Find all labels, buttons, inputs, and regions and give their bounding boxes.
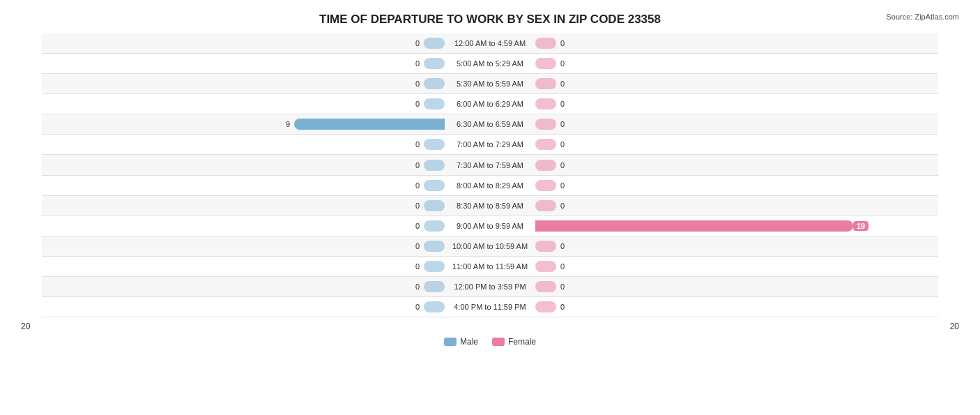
legend-label-male: Male	[460, 337, 478, 347]
value-male: 0	[406, 140, 420, 149]
chart-row: 0 12:00 AM to 4:59 AM 0	[42, 33, 938, 54]
bar-female-zero	[535, 160, 556, 171]
bar-male-zero	[424, 180, 445, 191]
source-text: Source: ZipAtlas.com	[886, 13, 959, 21]
chart-row: 0 12:00 PM to 3:59 PM 0	[42, 277, 938, 297]
legend: Male Female	[444, 337, 536, 347]
chart-row: 0 11:00 AM to 11:59 AM 0	[42, 257, 938, 277]
value-male: 0	[406, 303, 420, 311]
bar-left-container: 0	[82, 58, 445, 69]
chart-container: TIME OF DEPARTURE TO WORK BY SEX IN ZIP …	[0, 0, 980, 415]
chart-row: 0 4:00 PM to 11:59 PM 0	[42, 297, 938, 317]
bar-left-container: 0	[82, 78, 445, 89]
axis-label-right: 20	[950, 322, 959, 331]
row-center: 0 5:30 AM to 5:59 AM 0	[82, 78, 898, 89]
time-label: 8:00 AM to 8:29 AM	[445, 181, 535, 190]
chart-row: 0 9:00 AM to 9:59 AM 19	[42, 216, 938, 236]
bar-right-container: 0	[535, 139, 898, 150]
row-center: 0 8:30 AM to 8:59 AM 0	[82, 200, 898, 211]
bar-right-container: 0	[535, 261, 898, 272]
bar-left-container: 0	[82, 160, 445, 171]
chart-row: 0 5:30 AM to 5:59 AM 0	[42, 74, 938, 94]
bar-female-zero	[535, 58, 556, 69]
bar-left-container: 9	[82, 119, 445, 130]
bar-male-zero	[424, 58, 445, 69]
bar-right-container: 0	[535, 98, 898, 110]
value-female: 0	[560, 242, 574, 250]
chart-area: 20 20 0 12:00 AM to 4:59 AM 0 0	[21, 33, 959, 352]
bar-male-zero	[424, 241, 445, 252]
bar-left-container: 0	[82, 261, 445, 272]
chart-title: TIME OF DEPARTURE TO WORK BY SEX IN ZIP …	[21, 13, 959, 27]
value-female: 0	[560, 262, 574, 271]
bar-left-container: 0	[82, 301, 445, 312]
bar-male-zero	[424, 301, 445, 312]
chart-row: 0 8:00 AM to 8:29 AM 0	[42, 176, 938, 196]
bar-male-zero	[424, 98, 445, 110]
value-female: 0	[560, 181, 574, 190]
bar-right-container: 0	[535, 119, 898, 130]
time-label: 6:00 AM to 6:29 AM	[445, 100, 535, 108]
bar-left-container: 0	[82, 200, 445, 211]
bar-left-container: 0	[82, 98, 445, 110]
row-center: 0 4:00 PM to 11:59 PM 0	[82, 301, 898, 312]
row-center: 0 12:00 AM to 4:59 AM 0	[82, 38, 898, 49]
bar-right-container: 0	[535, 200, 898, 211]
row-center: 0 11:00 AM to 11:59 AM 0	[82, 261, 898, 272]
bar-right-container: 0	[535, 78, 898, 89]
bar-female-zero	[535, 301, 556, 312]
value-male: 9	[276, 120, 290, 128]
value-female: 0	[560, 282, 574, 291]
time-label: 9:00 AM to 9:59 AM	[445, 222, 535, 230]
bar-female-zero	[535, 200, 556, 211]
bar-male-zero	[424, 220, 445, 232]
time-label: 8:30 AM to 8:59 AM	[445, 202, 535, 210]
bar-male-zero	[424, 38, 445, 49]
bar-female-zero	[535, 119, 556, 130]
value-male: 0	[406, 282, 420, 291]
value-male: 0	[406, 181, 420, 190]
bar-right-container: 0	[535, 180, 898, 191]
chart-row: 0 7:00 AM to 7:29 AM 0	[42, 135, 938, 155]
value-female: 0	[560, 303, 574, 311]
time-label: 12:00 PM to 3:59 PM	[445, 282, 535, 291]
bar-male-zero	[424, 281, 445, 292]
value-male: 0	[406, 262, 420, 271]
value-female: 0	[560, 120, 574, 128]
bar-left-container: 0	[82, 241, 445, 252]
chart-row: 0 10:00 AM to 10:59 AM 0	[42, 236, 938, 257]
value-female: 0	[560, 161, 574, 169]
chart-row: 0 7:30 AM to 7:59 AM 0	[42, 155, 938, 175]
bar-right-container: 0	[535, 38, 898, 49]
value-male: 0	[406, 100, 420, 108]
row-center: 0 6:00 AM to 6:29 AM 0	[82, 98, 898, 110]
value-male: 0	[406, 39, 420, 47]
value-male: 0	[406, 202, 420, 210]
bar-left-container: 0	[82, 38, 445, 49]
bar-female-zero	[535, 78, 556, 89]
bar-female-zero	[535, 98, 556, 110]
bar-right-container: 0	[535, 281, 898, 292]
row-center: 9 6:30 AM to 6:59 AM 0	[82, 119, 898, 130]
row-center: 0 7:30 AM to 7:59 AM 0	[82, 160, 898, 171]
row-center: 0 12:00 PM to 3:59 PM 0	[82, 281, 898, 292]
value-female: 0	[560, 80, 574, 88]
bar-male-zero	[424, 78, 445, 89]
rows-container: 0 12:00 AM to 4:59 AM 0 0 5:00 AM to 5:2…	[42, 33, 938, 317]
bar-female-zero	[535, 281, 556, 292]
value-female: 0	[560, 39, 574, 47]
bar-right-container: 0	[535, 58, 898, 69]
bar-male-zero	[424, 261, 445, 272]
legend-color-female	[492, 338, 505, 346]
time-label: 4:00 PM to 11:59 PM	[445, 303, 535, 311]
bar-female-zero	[535, 180, 556, 191]
bar-left-container: 0	[82, 139, 445, 150]
value-female: 0	[560, 202, 574, 210]
time-label: 7:00 AM to 7:29 AM	[445, 140, 535, 149]
value-male: 0	[406, 80, 420, 88]
time-label: 5:30 AM to 5:59 AM	[445, 80, 535, 88]
bar-male	[294, 119, 445, 130]
time-label: 11:00 AM to 11:59 AM	[445, 262, 535, 271]
value-female: 19	[853, 221, 868, 231]
time-label: 12:00 AM to 4:59 AM	[445, 39, 535, 47]
